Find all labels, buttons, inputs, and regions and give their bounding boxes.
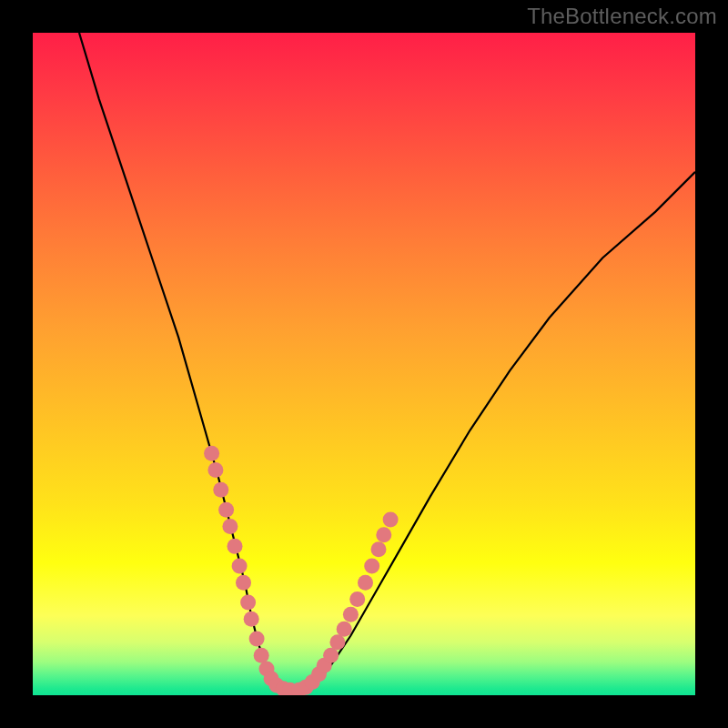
marker-dots-group: [204, 446, 399, 695]
marker-dot: [213, 482, 228, 498]
marker-dot: [240, 595, 256, 611]
marker-dot: [207, 462, 223, 478]
marker-dot: [236, 575, 251, 591]
marker-dot: [343, 607, 359, 622]
bottleneck-curve: [79, 33, 695, 692]
marker-dot: [376, 527, 391, 542]
chart-frame: TheBottleneck.com: [0, 0, 728, 728]
plot-area: [33, 33, 695, 695]
marker-dot: [204, 446, 219, 461]
marker-dot: [358, 575, 373, 591]
marker-dot: [383, 512, 399, 528]
marker-dot: [249, 632, 265, 647]
marker-dot: [329, 634, 345, 650]
marker-dot: [254, 648, 269, 663]
marker-dot: [337, 622, 352, 637]
marker-dot: [349, 592, 365, 607]
marker-dot: [222, 519, 238, 534]
marker-dot: [323, 648, 339, 663]
marker-dot: [232, 559, 248, 574]
marker-dot: [218, 502, 234, 518]
marker-dot: [244, 612, 259, 627]
watermark-text: TheBottleneck.com: [527, 4, 717, 29]
marker-dot: [371, 541, 387, 557]
marker-dot: [364, 559, 379, 574]
marker-dot: [228, 539, 243, 554]
curve-layer: [33, 33, 695, 695]
